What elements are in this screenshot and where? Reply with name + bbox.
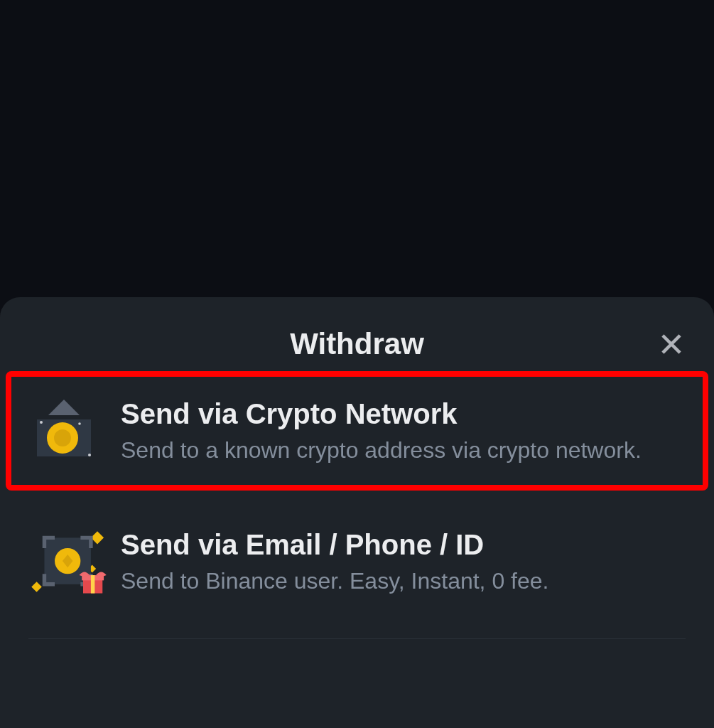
close-button[interactable] [654,327,688,361]
option-text: Send via Crypto Network Send to a known … [121,396,642,466]
sheet-header: Withdraw [0,317,714,371]
option-title: Send via Email / Phone / ID [121,527,548,562]
svg-point-8 [78,422,81,425]
option-email-phone-id[interactable]: Send via Email / Phone / ID Send to Bina… [6,502,708,621]
options-list: Send via Crypto Network Send to a known … [0,371,714,621]
close-icon [659,331,684,357]
svg-rect-17 [91,575,94,593]
divider [28,638,686,639]
svg-marker-10 [31,582,42,592]
svg-marker-9 [91,531,104,544]
option-desc: Send to a known crypto address via crypt… [121,434,642,466]
option-crypto-network[interactable]: Send via Crypto Network Send to a known … [6,371,708,491]
crypto-network-icon [30,395,101,466]
option-desc: Send to Binance user. Easy, Instant, 0 f… [121,565,548,597]
withdraw-sheet: Withdraw [0,297,714,728]
option-text: Send via Email / Phone / ID Send to Bina… [121,527,548,597]
svg-point-5 [54,429,71,446]
option-title: Send via Crypto Network [121,396,642,432]
sheet-title: Withdraw [290,327,424,361]
svg-point-6 [40,421,43,424]
email-phone-id-icon [30,526,101,597]
svg-marker-2 [48,400,80,415]
svg-point-7 [88,454,91,456]
